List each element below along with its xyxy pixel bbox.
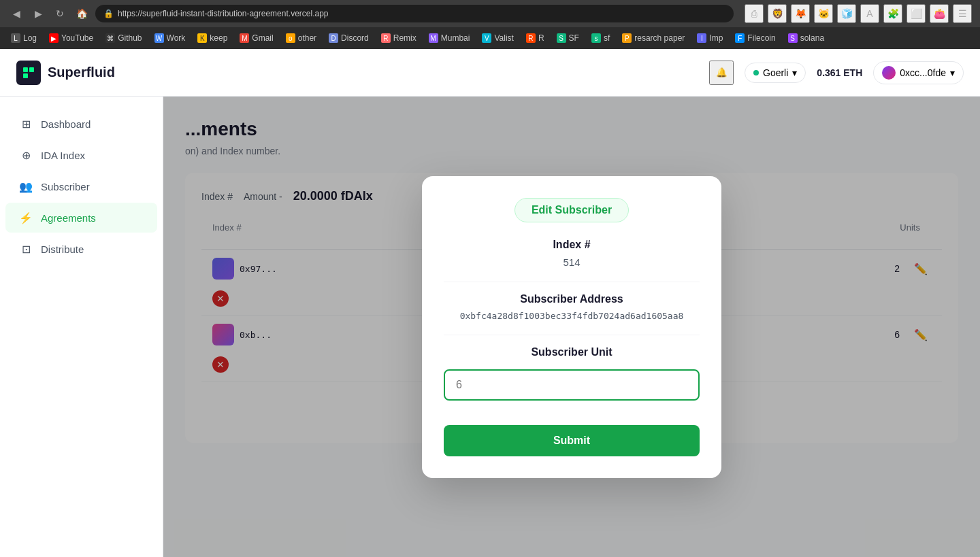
bookmark-item-mumbai[interactable]: MMumbai [423,31,476,45]
dashboard-icon: ⊞ [19,117,33,131]
bookmark-label: Filecoin [747,33,775,43]
modal-header: Edit Subscriber [444,198,700,239]
bookmark-icon: M [240,33,249,43]
svg-rect-1 [29,67,34,72]
main-content: ⊞ Dashboard ⊕ IDA Index 👥 Subscriber ⚡ A… [0,97,980,557]
distribute-icon: ⊡ [19,242,33,256]
bookmark-label: Imp [709,33,723,43]
modal-unit-label: Subscriber Unit [444,346,700,358]
bookmark-icon: W [154,33,164,43]
bookmark-item-youtube[interactable]: ▶YouTube [44,31,99,45]
subscriber-unit-input[interactable] [444,369,700,401]
network-status-dot [753,70,759,75]
bookmark-label: Valist [494,33,513,43]
extension-icon-4[interactable]: 🧩 [883,4,902,23]
bookmark-item-work[interactable]: WWork [149,31,191,45]
profile-icon[interactable]: A [860,4,879,23]
bookmark-item-gmail[interactable]: MGmail [234,31,278,45]
modal-unit-section: Subscriber Unit [444,346,700,401]
extension-icon-3[interactable]: 🧊 [837,4,856,23]
sidebar-label-distribute: Distribute [41,243,84,255]
home-button[interactable]: 🏠 [74,5,90,22]
bookmark-label: resarch paper [634,33,685,43]
logo-icon [16,61,41,85]
bookmark-icon: S [788,33,798,43]
bookmark-label: R [538,33,544,43]
browser-actions: ⎙ 🦁 🦊 🐱 🧊 A 🧩 ⬜ 👛 ☰ [745,4,972,23]
header-right: 🔔 Goerli ▾ 0.361 ETH 0xcc...0fde ▾ [709,61,964,85]
modal-divider-1 [444,282,700,282]
bookmark-item-log[interactable]: LLog [5,31,42,45]
extension-icon-2[interactable]: 🐱 [814,4,833,23]
bookmark-icon: V [482,33,491,43]
bookmark-icon: o [286,33,295,43]
network-chevron-icon: ▾ [792,67,797,78]
bookmark-item-imp[interactable]: IImp [691,31,728,45]
refresh-button[interactable]: ↻ [52,5,68,22]
sidebar-item-distribute[interactable]: ⊡ Distribute [5,234,157,264]
sidebar: ⊞ Dashboard ⊕ IDA Index 👥 Subscriber ⚡ A… [0,97,163,557]
menu-button[interactable]: ☰ [953,4,972,23]
modal-address-label: Subscriber Address [444,293,700,305]
bookmark-label: Remix [393,33,416,43]
subscriber-icon: 👥 [19,180,33,193]
sidebar-item-ida-index[interactable]: ⊕ IDA Index [5,140,157,170]
bookmark-label: other [298,33,316,43]
modal-index-section: Index # 514 [444,239,700,268]
agreements-icon: ⚡ [19,211,33,224]
bookmark-icon: L [11,33,20,43]
bookmark-item-github[interactable]: ⌘Github [100,31,147,45]
bookmark-item-sf[interactable]: ssf [586,31,615,45]
bookmark-icon: P [622,33,632,43]
modal-divider-2 [444,335,700,335]
sidebar-label-agreements: Agreements [41,212,96,224]
wallet-address-button[interactable]: 0xcc...0fde ▾ [873,61,964,84]
app-header: Superfluid 🔔 Goerli ▾ 0.361 ETH 0xcc...0… [0,49,980,97]
bookmark-item-solana[interactable]: Ssolana [783,31,830,45]
back-button[interactable]: ◀ [8,5,24,22]
sidebar-item-agreements[interactable]: ⚡ Agreements [5,203,157,233]
bookmark-label: YouTube [61,33,93,43]
logo-text: Superfluid [48,65,115,80]
extension-icon-1[interactable]: 🦊 [791,4,810,23]
bookmark-item-keep[interactable]: Kkeep [192,31,233,45]
bookmark-icon: S [557,33,566,43]
page-content: ...ments on) and Index number. Index # A… [163,97,980,557]
svg-rect-2 [23,73,28,78]
bookmark-item-resarch-paper[interactable]: Presarch paper [617,31,690,45]
brave-icon[interactable]: 🦁 [768,4,787,23]
bookmark-icon: D [329,33,338,43]
eth-balance: 0.361 ETH [817,67,862,78]
superfluid-logo-svg [22,66,35,80]
modal-overlay: Edit Subscriber Index # 514 Subscriber A… [163,97,980,557]
url-text: https://superfluid-instant-distribution-… [118,9,329,18]
sidebar-item-dashboard[interactable]: ⊞ Dashboard [5,109,157,139]
bookmark-label: sf [604,33,610,43]
app-logo: Superfluid [16,61,115,85]
network-selector[interactable]: Goerli ▾ [745,63,806,83]
share-button[interactable]: ⎙ [745,4,764,23]
sidebar-item-subscriber[interactable]: 👥 Subscriber [5,171,157,201]
bookmark-item-valist[interactable]: VValist [476,31,519,45]
sidebar-label-subscriber: Subscriber [41,181,90,192]
wallet-address-text: 0xcc...0fde [900,67,946,78]
forward-button[interactable]: ▶ [30,5,46,22]
submit-button[interactable]: Submit [444,425,700,456]
bookmark-item-discord[interactable]: DDiscord [323,31,374,45]
wallet-icon[interactable]: 👛 [930,4,949,23]
bookmark-icon: s [591,33,601,43]
browser-toolbar: ◀ ▶ ↻ 🏠 🔒 https://superfluid-instant-dis… [0,0,980,27]
bookmark-item-remix[interactable]: RRemix [376,31,422,45]
address-bar[interactable]: 🔒 https://superfluid-instant-distributio… [95,5,734,22]
bookmark-item-filecoin[interactable]: FFilecoin [730,31,781,45]
bookmark-item-r[interactable]: RR [521,31,550,45]
wallet-chevron-icon: ▾ [950,67,955,78]
bookmark-item-sf[interactable]: SSF [551,31,585,45]
bookmark-icon: ⌘ [105,33,115,43]
notification-button[interactable]: 🔔 [709,61,734,85]
sidebar-label-ida-index: IDA Index [41,150,85,161]
bookmark-icon: ▶ [49,33,59,43]
bookmark-icon: R [381,33,391,43]
bookmark-item-other[interactable]: oother [280,31,322,45]
sidebar-toggle[interactable]: ⬜ [906,4,926,23]
